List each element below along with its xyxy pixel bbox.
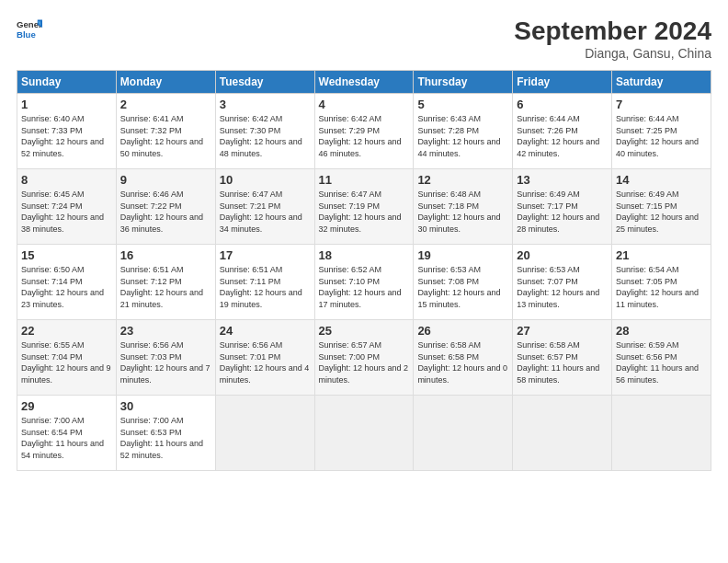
table-cell bbox=[414, 396, 513, 471]
logo: General Blue bbox=[17, 17, 42, 42]
day-detail: Sunrise: 6:58 AMSunset: 6:57 PMDaylight:… bbox=[517, 340, 599, 385]
day-detail: Sunrise: 6:45 AMSunset: 7:24 PMDaylight:… bbox=[21, 190, 104, 234]
table-row: 22Sunrise: 6:55 AMSunset: 7:04 PMDayligh… bbox=[17, 320, 711, 396]
day-detail: Sunrise: 6:42 AMSunset: 7:29 PMDaylight:… bbox=[319, 114, 402, 158]
table-cell: 27Sunrise: 6:58 AMSunset: 6:57 PMDayligh… bbox=[513, 320, 612, 396]
table-cell: 26Sunrise: 6:58 AMSunset: 6:58 PMDayligh… bbox=[414, 320, 513, 396]
table-cell: 23Sunrise: 6:56 AMSunset: 7:03 PMDayligh… bbox=[116, 320, 215, 396]
day-number: 10 bbox=[220, 173, 311, 187]
day-detail: Sunrise: 6:48 AMSunset: 7:18 PMDaylight:… bbox=[417, 190, 500, 234]
table-cell: 15Sunrise: 6:50 AMSunset: 7:14 PMDayligh… bbox=[17, 245, 117, 320]
day-number: 26 bbox=[417, 324, 508, 338]
day-number: 29 bbox=[21, 399, 112, 413]
table-cell: 13Sunrise: 6:49 AMSunset: 7:17 PMDayligh… bbox=[513, 169, 612, 245]
table-cell: 9Sunrise: 6:46 AMSunset: 7:22 PMDaylight… bbox=[116, 169, 215, 245]
table-cell: 1Sunrise: 6:40 AMSunset: 7:33 PMDaylight… bbox=[17, 94, 117, 169]
day-number: 18 bbox=[319, 248, 410, 262]
day-detail: Sunrise: 6:49 AMSunset: 7:15 PMDaylight:… bbox=[616, 190, 699, 234]
table-row: 8Sunrise: 6:45 AMSunset: 7:24 PMDaylight… bbox=[17, 169, 711, 245]
day-number: 2 bbox=[120, 98, 211, 111]
day-detail: Sunrise: 6:56 AMSunset: 7:01 PMDaylight:… bbox=[220, 340, 310, 385]
table-cell: 6Sunrise: 6:44 AMSunset: 7:26 PMDaylight… bbox=[513, 94, 612, 169]
day-detail: Sunrise: 6:54 AMSunset: 7:05 PMDaylight:… bbox=[616, 265, 699, 309]
day-detail: Sunrise: 6:59 AMSunset: 6:56 PMDaylight:… bbox=[616, 340, 699, 385]
day-detail: Sunrise: 6:41 AMSunset: 7:32 PMDaylight:… bbox=[120, 114, 203, 158]
day-number: 13 bbox=[517, 173, 608, 187]
table-cell: 7Sunrise: 6:44 AMSunset: 7:25 PMDaylight… bbox=[612, 94, 711, 169]
day-detail: Sunrise: 6:42 AMSunset: 7:30 PMDaylight:… bbox=[220, 114, 302, 158]
table-cell bbox=[215, 396, 314, 471]
table-cell: 19Sunrise: 6:53 AMSunset: 7:08 PMDayligh… bbox=[414, 245, 513, 320]
day-detail: Sunrise: 7:00 AMSunset: 6:53 PMDaylight:… bbox=[120, 416, 203, 460]
day-number: 25 bbox=[319, 324, 410, 338]
day-number: 14 bbox=[616, 173, 707, 187]
day-number: 11 bbox=[319, 173, 410, 187]
day-detail: Sunrise: 6:55 AMSunset: 7:04 PMDaylight:… bbox=[21, 340, 111, 385]
table-cell: 22Sunrise: 6:55 AMSunset: 7:04 PMDayligh… bbox=[17, 320, 117, 396]
day-number: 12 bbox=[417, 173, 508, 187]
day-detail: Sunrise: 6:44 AMSunset: 7:25 PMDaylight:… bbox=[616, 114, 699, 158]
day-number: 7 bbox=[616, 98, 707, 111]
day-number: 22 bbox=[21, 324, 112, 338]
table-cell: 20Sunrise: 6:53 AMSunset: 7:07 PMDayligh… bbox=[513, 245, 612, 320]
table-cell: 3Sunrise: 6:42 AMSunset: 7:30 PMDaylight… bbox=[215, 94, 314, 169]
table-cell: 21Sunrise: 6:54 AMSunset: 7:05 PMDayligh… bbox=[612, 245, 711, 320]
table-cell bbox=[612, 396, 711, 471]
col-friday: Friday bbox=[513, 71, 612, 94]
day-number: 21 bbox=[616, 248, 707, 262]
table-cell: 2Sunrise: 6:41 AMSunset: 7:32 PMDaylight… bbox=[116, 94, 215, 169]
day-number: 24 bbox=[220, 324, 311, 338]
day-detail: Sunrise: 6:53 AMSunset: 7:07 PMDaylight:… bbox=[517, 265, 599, 309]
day-detail: Sunrise: 6:44 AMSunset: 7:26 PMDaylight:… bbox=[517, 114, 599, 158]
table-cell: 10Sunrise: 6:47 AMSunset: 7:21 PMDayligh… bbox=[215, 169, 314, 245]
title-block: September 2024 Dianga, Gansu, China bbox=[514, 17, 711, 61]
day-detail: Sunrise: 6:57 AMSunset: 7:00 PMDaylight:… bbox=[319, 340, 409, 385]
day-detail: Sunrise: 6:52 AMSunset: 7:10 PMDaylight:… bbox=[319, 265, 402, 309]
table-cell: 30Sunrise: 7:00 AMSunset: 6:53 PMDayligh… bbox=[116, 396, 215, 471]
day-number: 27 bbox=[517, 324, 608, 338]
day-detail: Sunrise: 6:43 AMSunset: 7:28 PMDaylight:… bbox=[417, 114, 500, 158]
day-number: 8 bbox=[21, 173, 112, 187]
day-detail: Sunrise: 6:58 AMSunset: 6:58 PMDaylight:… bbox=[417, 340, 507, 385]
col-saturday: Saturday bbox=[612, 71, 711, 94]
day-detail: Sunrise: 6:49 AMSunset: 7:17 PMDaylight:… bbox=[517, 190, 599, 234]
day-detail: Sunrise: 6:47 AMSunset: 7:21 PMDaylight:… bbox=[220, 190, 302, 234]
day-detail: Sunrise: 6:50 AMSunset: 7:14 PMDaylight:… bbox=[21, 265, 104, 309]
day-number: 30 bbox=[120, 399, 211, 413]
table-row: 1Sunrise: 6:40 AMSunset: 7:33 PMDaylight… bbox=[17, 94, 711, 169]
table-cell: 29Sunrise: 7:00 AMSunset: 6:54 PMDayligh… bbox=[17, 396, 117, 471]
day-detail: Sunrise: 6:46 AMSunset: 7:22 PMDaylight:… bbox=[120, 190, 203, 234]
location: Dianga, Gansu, China bbox=[514, 46, 711, 61]
table-cell: 25Sunrise: 6:57 AMSunset: 7:00 PMDayligh… bbox=[314, 320, 414, 396]
header: General Blue September 2024 Dianga, Gans… bbox=[17, 17, 711, 61]
day-number: 23 bbox=[120, 324, 211, 338]
table-cell: 11Sunrise: 6:47 AMSunset: 7:19 PMDayligh… bbox=[314, 169, 414, 245]
day-number: 19 bbox=[417, 248, 508, 262]
table-cell: 12Sunrise: 6:48 AMSunset: 7:18 PMDayligh… bbox=[414, 169, 513, 245]
table-cell: 24Sunrise: 6:56 AMSunset: 7:01 PMDayligh… bbox=[215, 320, 314, 396]
day-number: 4 bbox=[319, 98, 410, 111]
day-number: 6 bbox=[517, 98, 608, 111]
table-cell: 28Sunrise: 6:59 AMSunset: 6:56 PMDayligh… bbox=[612, 320, 711, 396]
day-number: 3 bbox=[220, 98, 311, 111]
day-number: 17 bbox=[220, 248, 311, 262]
calendar-page: General Blue September 2024 Dianga, Gans… bbox=[0, 0, 728, 563]
table-row: 29Sunrise: 7:00 AMSunset: 6:54 PMDayligh… bbox=[17, 396, 711, 471]
table-row: 15Sunrise: 6:50 AMSunset: 7:14 PMDayligh… bbox=[17, 245, 711, 320]
day-number: 1 bbox=[21, 98, 112, 111]
day-number: 9 bbox=[120, 173, 211, 187]
day-number: 20 bbox=[517, 248, 608, 262]
col-wednesday: Wednesday bbox=[314, 71, 414, 94]
day-detail: Sunrise: 6:40 AMSunset: 7:33 PMDaylight:… bbox=[21, 114, 104, 158]
table-cell: 8Sunrise: 6:45 AMSunset: 7:24 PMDaylight… bbox=[17, 169, 117, 245]
day-detail: Sunrise: 6:53 AMSunset: 7:08 PMDaylight:… bbox=[417, 265, 500, 309]
day-number: 15 bbox=[21, 248, 112, 262]
day-detail: Sunrise: 6:47 AMSunset: 7:19 PMDaylight:… bbox=[319, 190, 402, 234]
header-row: Sunday Monday Tuesday Wednesday Thursday… bbox=[17, 71, 711, 94]
table-cell: 17Sunrise: 6:51 AMSunset: 7:11 PMDayligh… bbox=[215, 245, 314, 320]
table-cell: 18Sunrise: 6:52 AMSunset: 7:10 PMDayligh… bbox=[314, 245, 414, 320]
col-sunday: Sunday bbox=[17, 71, 117, 94]
day-detail: Sunrise: 6:51 AMSunset: 7:11 PMDaylight:… bbox=[220, 265, 302, 309]
table-cell bbox=[513, 396, 612, 471]
table-cell: 16Sunrise: 6:51 AMSunset: 7:12 PMDayligh… bbox=[116, 245, 215, 320]
